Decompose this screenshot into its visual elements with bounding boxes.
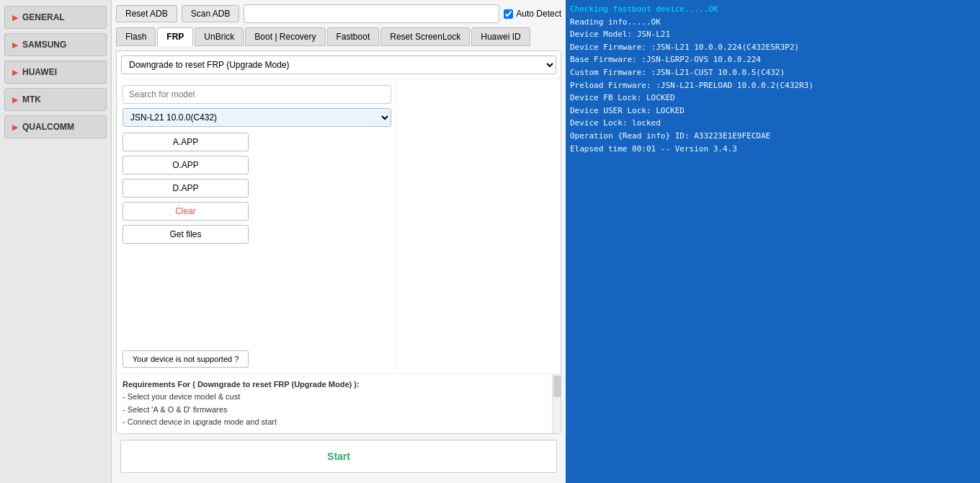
- log-line: Device Model: JSN-L21: [570, 28, 976, 41]
- get-files-button[interactable]: Get files: [122, 225, 249, 244]
- sidebar-label: MTK: [22, 94, 41, 105]
- log-line: Device Firmware: :JSN-L21 10.0.0.224(C43…: [570, 41, 976, 54]
- top-bar: Reset ADB Scan ADB Auto Detect: [116, 4, 561, 23]
- tab-boot---recovery[interactable]: Boot | Recovery: [245, 27, 325, 46]
- log-panel: Checking fastboot device.....OKReading i…: [566, 0, 980, 483]
- scan-adb-button[interactable]: Scan ADB: [182, 5, 240, 22]
- sidebar-item-samsung[interactable]: ▶SAMSUNG: [4, 33, 107, 56]
- tab-unbrick[interactable]: UnBrick: [195, 27, 244, 46]
- scrollbar-thumb: [553, 376, 561, 397]
- log-line: Checking fastboot device.....OK: [570, 3, 976, 16]
- arrow-icon: ▶: [12, 68, 18, 76]
- auto-detect-text: Auto Detect: [516, 9, 561, 19]
- log-line: Device Lock: locked: [570, 117, 976, 130]
- sidebar-item-qualcomm[interactable]: ▶QUALCOMM: [4, 115, 107, 138]
- auto-detect-label: Auto Detect: [504, 9, 561, 19]
- requirements-line: - Select your device model & cust: [122, 391, 555, 404]
- log-line: Base Firmware: :JSN-LGRP2-OVS 10.0.0.224: [570, 53, 976, 66]
- log-line: Device USER Lock: LOCKED: [570, 105, 976, 118]
- log-line: Reading info.....OK: [570, 16, 976, 29]
- reset-adb-button[interactable]: Reset ADB: [116, 5, 177, 22]
- left-panel: JSN-L21 10.0.0(C432) A.APPO.APPD.APPClea…: [117, 79, 398, 373]
- arrow-icon: ▶: [12, 14, 18, 22]
- log-line: Elapsed time 00:01 -- Version 3.4.3: [570, 143, 976, 156]
- log-line: Custom Firmware: :JSN-L21-CUST 10.0.0.5(…: [570, 66, 976, 79]
- sidebar: ▶GENERAL▶SAMSUNG▶HUAWEI▶MTK▶QUALCOMM: [0, 0, 112, 483]
- requirements-lines: - Select your device model & cust- Selec…: [122, 391, 555, 429]
- sidebar-item-mtk[interactable]: ▶MTK: [4, 88, 107, 111]
- main-content: Reset ADB Scan ADB Auto Detect FlashFRPU…: [112, 0, 566, 483]
- tab-frp[interactable]: FRP: [157, 27, 193, 46]
- middle-panel: JSN-L21 10.0.0(C432) A.APPO.APPD.APPClea…: [117, 79, 561, 373]
- requirements-section: Requirements For ( Downgrade to reset FR…: [117, 373, 561, 433]
- log-line: Preload Firmware: :JSN-L21-PRELOAD 10.0.…: [570, 79, 976, 92]
- mode-select[interactable]: Downgrade to reset FRP (Upgrade Mode)Dir…: [121, 56, 556, 74]
- auto-detect-checkbox[interactable]: [504, 9, 513, 19]
- search-input[interactable]: [122, 85, 391, 104]
- requirements-title: Requirements For ( Downgrade to reset FR…: [122, 380, 360, 389]
- a-app-button[interactable]: A.APP: [122, 133, 249, 151]
- d-app-button[interactable]: D.APP: [122, 179, 249, 198]
- start-button-wrapper: Start: [116, 434, 561, 479]
- log-line: Device FB Lock: LOCKED: [570, 92, 976, 105]
- o-app-button[interactable]: O.APP: [122, 156, 249, 174]
- arrow-icon: ▶: [12, 96, 18, 104]
- sidebar-item-general[interactable]: ▶GENERAL: [4, 6, 107, 29]
- tabs-bar: FlashFRPUnBrickBoot | RecoveryFastbootRe…: [116, 27, 561, 46]
- tab-flash[interactable]: Flash: [116, 27, 156, 46]
- right-panel: [398, 79, 561, 373]
- device-input[interactable]: [244, 4, 499, 23]
- not-supported-button[interactable]: Your device is not supported ?: [122, 350, 249, 368]
- requirements-line: - Connect device in upgrade mode and sta…: [122, 416, 555, 429]
- sidebar-label: GENERAL: [22, 12, 65, 22]
- sidebar-label: HUAWEI: [22, 67, 57, 77]
- files-area: A.APPO.APPD.APPClearGet files: [122, 131, 391, 346]
- log-line: Operation {Read info} ID: A33223E1E9FECD…: [570, 130, 976, 143]
- requirements-scrollbar[interactable]: [552, 374, 561, 433]
- model-select[interactable]: JSN-L21 10.0.0(C432): [122, 108, 391, 127]
- requirements-line: - Select 'A & O & D' firmwares: [122, 404, 555, 417]
- tab-reset-screenlock[interactable]: Reset ScreenLock: [380, 27, 470, 46]
- arrow-icon: ▶: [12, 123, 18, 131]
- sidebar-label: SAMSUNG: [22, 40, 66, 50]
- sidebar-label: QUALCOMM: [22, 122, 74, 132]
- dropdown-row: Downgrade to reset FRP (Upgrade Mode)Dir…: [117, 51, 561, 79]
- arrow-icon: ▶: [12, 41, 18, 49]
- start-button[interactable]: Start: [120, 440, 557, 473]
- sidebar-item-huawei[interactable]: ▶HUAWEI: [4, 61, 107, 84]
- tab-huawei-id[interactable]: Huawei ID: [471, 27, 530, 46]
- content-area: Downgrade to reset FRP (Upgrade Mode)Dir…: [116, 50, 561, 434]
- tab-fastboot[interactable]: Fastboot: [327, 27, 380, 46]
- clear-button[interactable]: Clear: [122, 202, 249, 221]
